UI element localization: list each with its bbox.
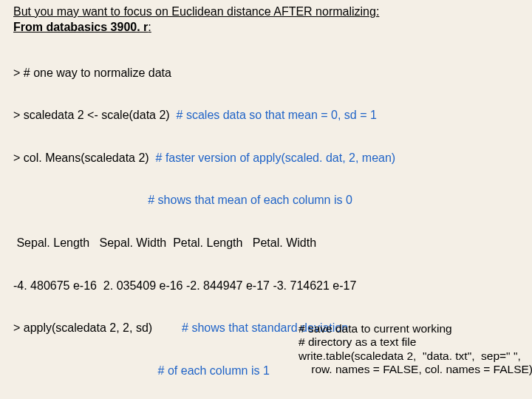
intro-sub-bold: From databasics 3900. r [13,21,148,33]
code-fragment: > apply(scaledata 2, 2, sd) [13,321,152,334]
code-line: Sepal. Length Sepal. Width Petal. Length… [13,236,519,250]
code-fragment: > scaledata 2 <- scale(data 2) [13,109,170,121]
code-line: > scaledata 2 <- scale(data 2) # scales … [13,108,519,122]
code-comment: # scales data so that mean = 0, sd = 1 [170,109,377,121]
intro-sub-colon: : [148,21,151,33]
code-line: > col. Means(scaledata 2) # faster versi… [13,151,519,165]
code-comment: # faster version of apply(scaled. dat, 2… [149,151,396,164]
side-line: write.table(scaledata 2, "data. txt", se… [299,349,520,364]
code-line: > # one way to normalize data [13,66,519,80]
intro-line: But you may want to focus on Euclidean d… [13,4,519,18]
side-line: # save data to current working [299,322,520,336]
side-line: row. names = FALSE, col. names = FALSE) [299,363,520,377]
side-note-box: # save data to current working # directo… [294,316,525,381]
side-line: # directory as a text file [299,335,520,349]
code-line: -4. 480675 e-16 2. 035409 e-16 -2. 84494… [13,279,519,293]
intro-sub: From databasics 3900. r: [13,20,519,34]
slide: But you may want to focus on Euclidean d… [0,0,532,399]
code-comment: # shows that mean of each column is 0 [13,193,519,207]
code-fragment: > col. Means(scaledata 2) [13,151,149,164]
